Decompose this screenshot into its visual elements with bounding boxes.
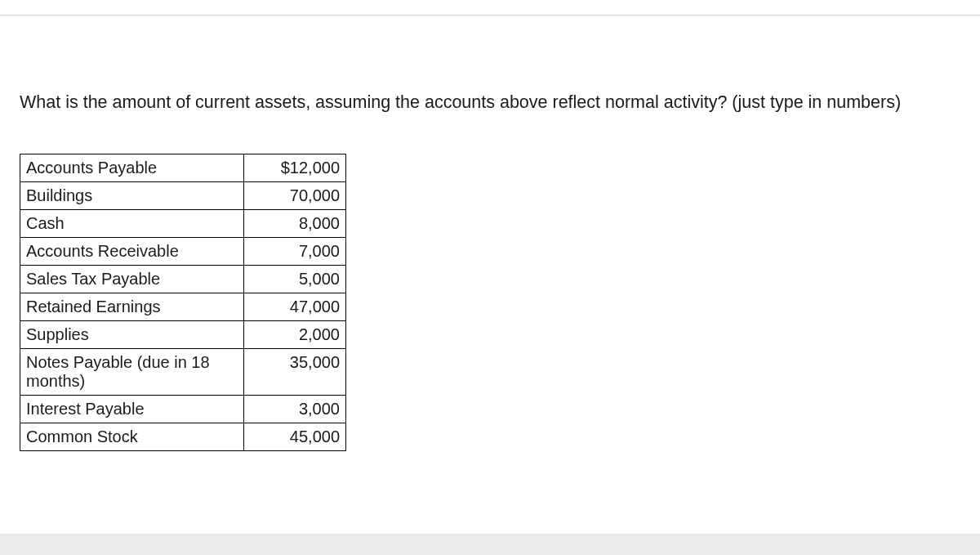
account-label: Cash [20,210,244,238]
account-value: 8,000 [244,210,346,238]
account-value: 2,000 [244,321,346,349]
table-row: Accounts Payable $12,000 [20,154,346,182]
account-value: 7,000 [244,238,346,266]
account-value: 45,000 [244,423,346,451]
table-row: Interest Payable 3,000 [20,396,346,423]
account-value: 5,000 [244,266,346,293]
account-value: 35,000 [244,349,346,396]
table-row: Buildings 70,000 [20,182,346,210]
account-value: 3,000 [244,396,346,423]
account-value: 47,000 [244,293,346,321]
table-row: Cash 8,000 [20,210,346,238]
bottom-bar [0,534,980,555]
account-value: $12,000 [244,154,346,182]
table-row: Accounts Receivable 7,000 [20,238,346,266]
account-label: Common Stock [20,423,244,451]
table-row: Notes Payable (due in 18 months) 35,000 [20,349,346,396]
account-label: Accounts Payable [20,154,244,182]
question-text: What is the amount of current assets, as… [20,91,960,114]
table-row: Sales Tax Payable 5,000 [20,266,346,293]
account-label: Sales Tax Payable [20,266,244,293]
account-label: Buildings [20,182,244,210]
account-value: 70,000 [244,182,346,210]
account-label: Accounts Receivable [20,238,244,266]
table-row: Retained Earnings 47,000 [20,293,346,321]
table-row: Common Stock 45,000 [20,423,346,451]
account-label: Supplies [20,321,244,349]
account-label: Retained Earnings [20,293,244,321]
account-label: Notes Payable (due in 18 months) [20,349,244,396]
account-label: Interest Payable [20,396,244,423]
table-row: Supplies 2,000 [20,321,346,349]
content-container: What is the amount of current assets, as… [0,16,980,451]
accounts-table: Accounts Payable $12,000 Buildings 70,00… [20,154,346,451]
